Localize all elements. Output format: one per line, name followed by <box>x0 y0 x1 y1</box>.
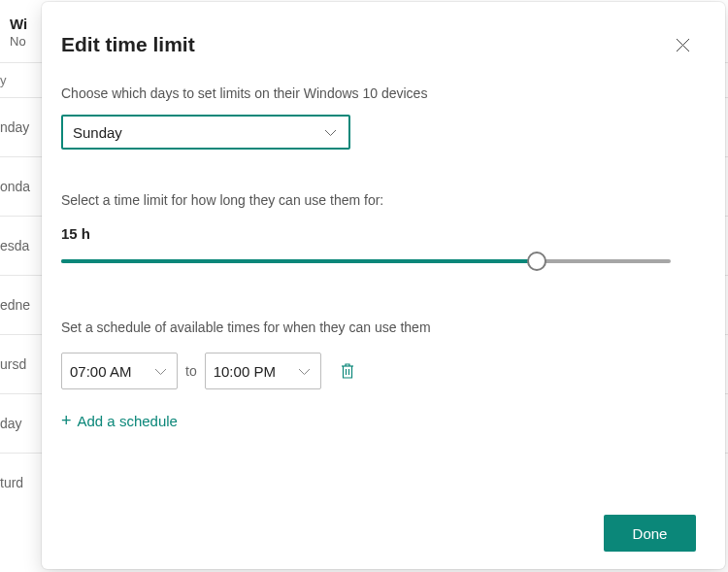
time-limit-slider[interactable] <box>61 252 671 271</box>
chevron-down-icon <box>324 123 337 141</box>
modal-title: Edit time limit <box>61 33 195 56</box>
schedule-from-value: 07:00 AM <box>70 363 131 380</box>
time-limit-description: Select a time limit for how long they ca… <box>61 192 696 208</box>
slider-fill <box>61 259 537 263</box>
add-schedule-button[interactable]: + Add a schedule <box>61 411 696 431</box>
chevron-down-icon <box>154 362 167 380</box>
schedule-to-select[interactable]: 10:00 PM <box>205 353 321 389</box>
slider-thumb[interactable] <box>527 252 546 271</box>
to-label: to <box>185 363 197 379</box>
done-button[interactable]: Done <box>604 515 696 552</box>
plus-icon: + <box>61 411 72 431</box>
add-schedule-label: Add a schedule <box>78 413 178 429</box>
close-icon <box>676 38 690 52</box>
schedule-from-select[interactable]: 07:00 AM <box>61 353 178 389</box>
schedule-description: Set a schedule of available times for wh… <box>61 320 696 335</box>
delete-schedule-button[interactable] <box>333 356 362 386</box>
edit-time-limit-modal: Edit time limit Choose which days to set… <box>42 2 725 569</box>
day-select[interactable]: Sunday <box>61 115 350 150</box>
days-description: Choose which days to set limits on their… <box>61 85 696 101</box>
hours-value: 15 h <box>61 225 696 242</box>
trash-icon <box>340 362 355 380</box>
schedule-row: 07:00 AM to 10:00 PM <box>61 353 696 389</box>
day-select-value: Sunday <box>73 124 122 141</box>
chevron-down-icon <box>298 362 311 380</box>
schedule-to-value: 10:00 PM <box>214 363 276 380</box>
close-button[interactable] <box>669 31 696 58</box>
